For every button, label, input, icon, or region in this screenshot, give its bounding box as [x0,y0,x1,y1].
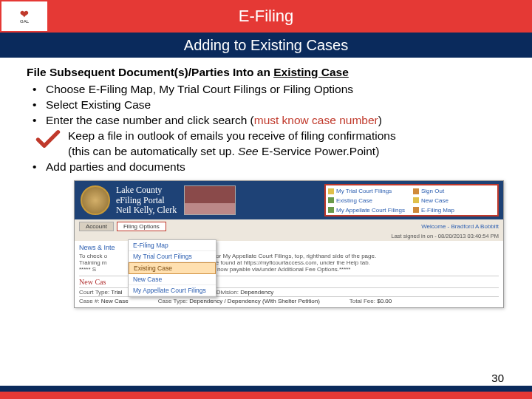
link-signout[interactable]: Sign Out [413,186,495,196]
subtitle-bar: Adding to Existing Cases [0,33,532,58]
quick-links-box: My Trial Court Filings Sign Out Existing… [324,184,499,216]
b3-pre: Enter the case number and click search ( [46,114,254,126]
portal-title: Lake County eFiling Portal Neil Kelly, C… [116,185,177,216]
val-court-type: Trial [111,289,122,296]
gal-logo: ❤ GAL [1,1,47,31]
bullet-list: Choose E-Filing Map, My Trial Court Fili… [27,82,505,129]
tab-account[interactable]: Account [79,222,114,231]
val-division: Dependency [240,289,273,296]
sub-bullet: Keep a file in outlook of emails you rec… [27,129,505,160]
footer-bar-red [0,392,532,399]
portal-body: News & Inte E-Filing Map My Trial Court … [75,241,503,307]
bullet-1: Choose E-Filing Map, My Trial Court Fili… [33,82,505,98]
link-existing-case[interactable]: Existing Case [328,196,410,205]
heading-text: File Subsequent Document(s)/Parties Into… [27,66,273,78]
portal-l3: Neil Kelly, Clerk [116,205,177,216]
lbl-case-type: Case Type: [158,298,188,304]
county-seal-icon [81,185,110,215]
val-case-type: Dependency / Dependency (With Shelter Pe… [189,298,320,304]
bullet-list-2: Add parties and documents [27,160,505,175]
heading-emphasis: Existing Case [273,66,349,78]
drop-efiling-map[interactable]: E-Filing Map [129,240,216,251]
title-bar: ❤ GAL E-Filing [0,0,532,33]
val-total-fee: $0.00 [377,298,392,304]
drop-trial-filings[interactable]: My Trial Court Filings [129,251,216,262]
tab-row: Account Filing Options Welcome - Bradfor… [75,219,503,233]
drop-existing-case[interactable]: Existing Case [129,262,216,274]
footer-bar-blue [0,386,532,392]
logo-heart-icon: ❤ [20,9,29,19]
doc-icon [328,188,334,194]
portal-header: Lake County eFiling Portal Neil Kelly, C… [75,181,503,219]
header-photo [184,185,236,215]
sub-line-1: Keep a file in outlook of emails you rec… [68,129,505,144]
tab-filing-options[interactable]: Filing Options [117,222,166,231]
slide-subtitle: Adding to Existing Cases [184,37,348,54]
case-fields-row2: Case #: New Case Case Type: Dependency /… [79,297,499,307]
portal-l2: eFiling Portal [116,196,177,206]
sub2-pre: (this can be automatically set up. [68,145,238,157]
case-icon [328,197,334,203]
slide-title: E-Filing [239,7,294,26]
link-map[interactable]: E-Filing Map [413,205,495,215]
portal-l1: Lake County [116,185,177,196]
body-t2b: ity are found at https://myflcourtaccess… [203,259,370,266]
logo-text: GAL [20,19,29,24]
filing-options-dropdown: E-Filing Map My Trial Court Filings Exis… [128,239,216,297]
link-new-case[interactable]: New Case [413,196,495,205]
lbl-division: Division: [216,289,239,296]
drop-appellate[interactable]: My Appellate Court Filings [129,285,216,296]
section-heading: File Subsequent Document(s)/Parties Into… [27,65,505,81]
portal-screenshot: Lake County eFiling Portal Neil Kelly, C… [74,180,504,308]
content-area: File Subsequent Document(s)/Parties Into… [0,58,532,174]
b3-emphasis: must know case number [254,114,378,126]
lbl-court-type: Court Type: [79,289,109,296]
appellate-icon [328,207,334,213]
signout-icon [413,188,419,194]
page-number: 30 [491,372,504,384]
link-appellate[interactable]: My Appellate Court Filings [328,205,410,215]
val-case-num: New Case [101,298,129,304]
body-t1: To check o [79,253,107,259]
lbl-total-fee: Total Fee: [349,298,375,304]
newcase-icon [413,197,419,203]
bullet-4: Add parties and documents [33,160,505,175]
bullet-3: Enter the case number and click search (… [33,113,505,129]
body-t2: Training m [79,259,107,266]
body-t3: ***** S [79,266,96,273]
link-trial-filings[interactable]: My Trial Court Filings [328,186,410,196]
body-t1b: ings or My Appellate Court Filings, top,… [203,253,376,259]
sub-line-2: (this can be automatically set up. See E… [68,144,505,160]
drop-new-case[interactable]: New Case [129,274,216,285]
body-t3b: is are now payable via/under Additional … [201,266,350,273]
b3-post: ) [378,114,382,126]
bullet-2: Select Existing Case [33,98,505,113]
map-icon [413,207,419,213]
sub2-em: See [238,145,259,157]
lbl-case-num: Case #: [79,298,100,304]
welcome-text: Welcome - Bradford A Bobbitt [421,223,499,230]
sub2-post: E-Service Power.Point) [259,145,380,157]
checkmark-icon [35,129,61,149]
